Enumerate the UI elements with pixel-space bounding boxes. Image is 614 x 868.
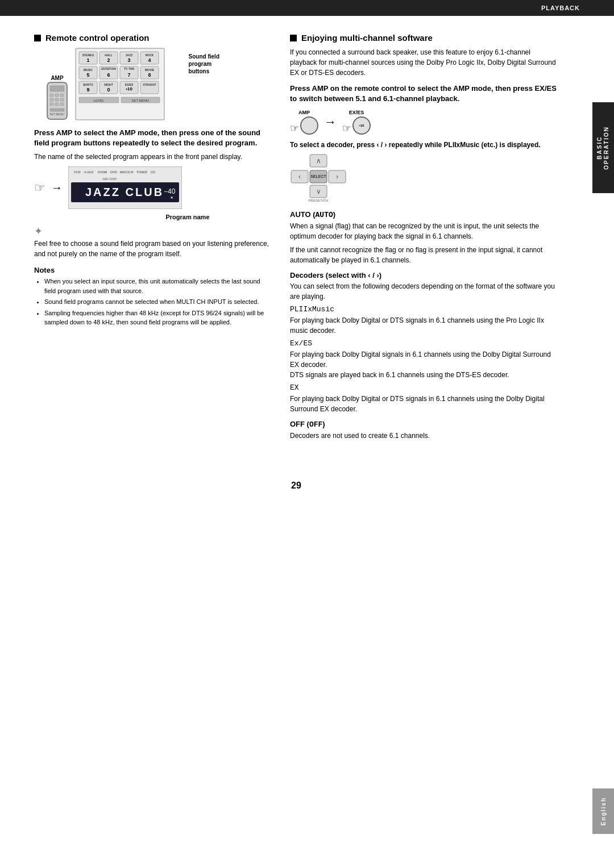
exes-desc: For playing back Dolby Digital signals i… (290, 349, 558, 380)
main-content: Remote control operation AMP (0, 16, 592, 469)
plii-mono: PLIIxMusic (290, 305, 558, 314)
exes-circle-button[interactable]: •10 (352, 116, 371, 135)
svg-text:5: 5 (86, 72, 89, 78)
ex-desc: For playing back Dolby Digital or DTS si… (290, 394, 558, 414)
plii-desc: For playing back Dolby Digital or DTS si… (290, 315, 558, 336)
left-column: Remote control operation AMP (34, 33, 273, 446)
page-wrapper: PLAYBACK BASICOPERATION Remote control o… (0, 0, 614, 868)
notes-list: When you select an input source, this un… (34, 277, 273, 327)
ex-mono: EX (290, 383, 558, 392)
right-column: Enjoying multi-channel software If you c… (290, 33, 558, 446)
right-intro-para: If you connected a surround back speaker… (290, 47, 558, 78)
svg-text:TV THR: TV THR (124, 67, 134, 70)
amp-circle-button[interactable] (300, 116, 318, 135)
svg-text:ENTERTAIN: ENTERTAIN (101, 68, 115, 70)
notes-item-1: When you select an input source, this un… (44, 277, 273, 295)
notes-header: Notes (34, 266, 273, 274)
exes-button-diagram: EX/ES ☞ •10 (342, 110, 371, 135)
notes-item-3: Sampling frequencies higher than 48 kHz … (44, 308, 273, 327)
decoder-press-text: To select a decoder, press ‹ / › repeate… (290, 140, 558, 150)
svg-text:6: 6 (107, 72, 110, 78)
auto-para2: If the unit cannot recognize the flag or… (290, 245, 558, 265)
svg-text:7: 7 (127, 72, 130, 78)
svg-text:3: 3 (127, 57, 130, 63)
notes-section: Notes When you select an input source, t… (34, 266, 273, 327)
svg-text:IEI/DTS: IEI/DTS (83, 83, 93, 86)
svg-text:‹: ‹ (298, 173, 301, 181)
svg-text:SET MENU: SET MENU (132, 99, 150, 102)
svg-rect-8 (50, 103, 53, 106)
svg-text:2: 2 (107, 57, 110, 63)
section-tab-label: PLAYBACK (541, 5, 580, 11)
display-unit-svg: VCR V-AUX DVDM DVD MD/CD-R TUNER CD HiFi… (68, 166, 182, 209)
right-section-title: Enjoying multi-channel software (301, 33, 433, 43)
svg-text:1: 1 (86, 57, 89, 63)
page-number: 29 (0, 469, 592, 496)
right-section-header-icon (290, 35, 297, 41)
english-tab-text: English (600, 797, 607, 825)
svg-rect-10 (60, 103, 64, 106)
svg-text:MOVIE: MOVIE (145, 68, 155, 72)
svg-rect-4 (60, 94, 64, 97)
decoders-header: Decoders (select with ‹ / ›) (290, 271, 558, 279)
hand-pointer-icon: ☞ (34, 181, 45, 195)
top-bar: PLAYBACK (0, 0, 614, 16)
svg-text:ROCK: ROCK (146, 53, 154, 57)
diagram-arrow-icon: → (324, 115, 337, 130)
svg-text:JAZZ CLUB: JAZZ CLUB (85, 186, 164, 198)
amp-button-top-label: AMP (298, 110, 310, 115)
tip-area: ✦ Feel free to choose a sound field prog… (34, 225, 273, 259)
exes-button-top-label: EX/ES (349, 110, 364, 115)
svg-rect-11 (50, 108, 64, 111)
svg-rect-2 (50, 94, 53, 97)
svg-rect-6 (55, 98, 59, 101)
select-control-svg: ∧ ‹ SELECT › ∨ PRESET/C (290, 153, 347, 205)
display-panel-area: ☞ → VCR V-AUX DVDM DVD MD/CD-R TUNER CD (34, 166, 273, 209)
section-header-icon (34, 35, 41, 41)
hand-exes-icon: ☞ (342, 122, 351, 135)
svg-text:•10: •10 (126, 86, 132, 91)
svg-text:0: 0 (107, 87, 110, 93)
svg-text:JAZZ: JAZZ (126, 53, 133, 57)
amp-remote-svg: SET MENU (44, 81, 70, 121)
svg-text:∧: ∧ (316, 157, 321, 165)
auto-section: AUTO (AUTO) When a signal (flag) that ca… (290, 210, 558, 265)
svg-text:NIGHT: NIGHT (104, 83, 113, 86)
amp-exes-diagram: AMP ☞ → EX/ES ☞ •10 (290, 110, 558, 135)
amp-label: AMP (51, 58, 63, 81)
svg-rect-3 (55, 94, 59, 97)
select-button-diagram: ∧ ‹ SELECT › ∨ PRESET/C (290, 153, 558, 205)
tip-text: Feel free to choose a sound field progra… (34, 239, 273, 259)
off-section: OFF (OFF) Decoders are not used to creat… (290, 420, 558, 441)
svg-text:HiFi DSP: HiFi DSP (103, 177, 117, 181)
auto-mono: AUTO (316, 211, 333, 219)
svg-text:PRESET/CH: PRESET/CH (309, 199, 328, 202)
svg-rect-7 (60, 98, 64, 101)
svg-text:SELECT: SELECT (310, 174, 326, 178)
exes-mono: Ex/ES (290, 339, 558, 348)
off-desc: Decoders are not used to create 6.1 chan… (290, 431, 558, 441)
svg-rect-1 (50, 86, 64, 91)
right-operation-tab: BASICOPERATION (592, 102, 614, 193)
left-instruction-bold: Press AMP to select the AMP mode, then p… (34, 128, 273, 148)
svg-text:CD: CD (151, 170, 155, 174)
sound-field-panel-svg: STEREO 1 HALL 2 JAZZ 3 ROCK 4 (74, 47, 165, 121)
auto-para1: When a signal (flag) that can be recogni… (290, 221, 558, 241)
svg-text:LEVEL: LEVEL (94, 99, 105, 102)
svg-rect-5 (50, 98, 53, 101)
svg-rect-9 (55, 103, 59, 106)
left-instruction-para: The name of the selected program appears… (34, 152, 273, 162)
svg-text:STRAIGHT: STRAIGHT (143, 84, 156, 86)
svg-text:∨: ∨ (316, 187, 321, 195)
svg-text:■: ■ (171, 195, 173, 199)
notes-item-2: Sound field programs cannot be selected … (44, 297, 273, 307)
svg-text:›: › (336, 173, 338, 181)
decoders-section: Decoders (select with ‹ / ›) You can sel… (290, 271, 558, 414)
auto-header: AUTO (AUTO) (290, 210, 558, 219)
svg-text:DVDM: DVDM (98, 170, 107, 174)
svg-text:HALL: HALL (105, 53, 112, 57)
svg-text:9: 9 (86, 87, 89, 93)
right-instruction-bold: Press AMP on the remote control to selec… (290, 84, 558, 104)
svg-text:8: 8 (148, 72, 151, 78)
arrow-icon: → (51, 181, 63, 194)
